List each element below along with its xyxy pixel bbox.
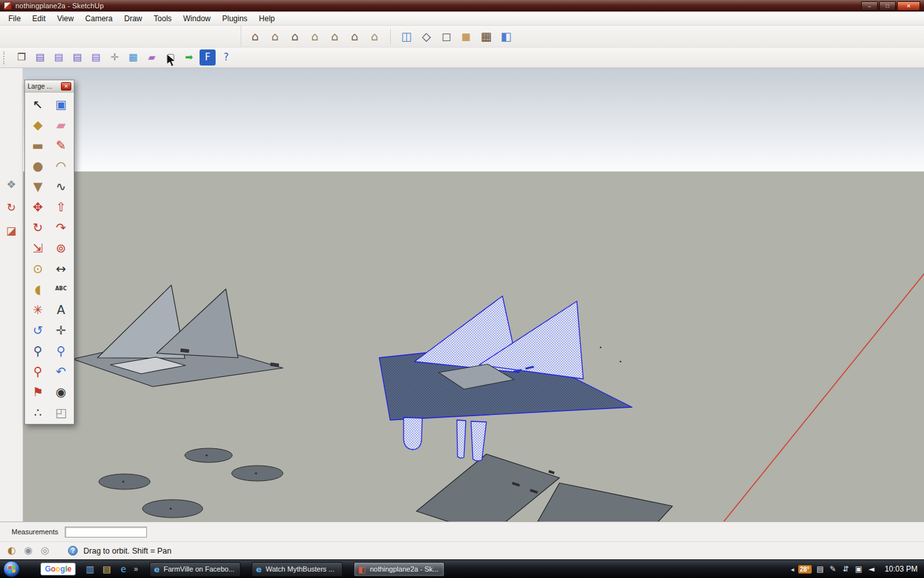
orbit[interactable]: ↺ (26, 320, 49, 340)
close-button[interactable]: ✕ (897, 1, 920, 11)
3d-text[interactable]: A (49, 299, 73, 320)
scale[interactable]: ⇲ (26, 238, 49, 258)
network-icon[interactable]: ⇵ (841, 565, 851, 574)
task-farmville[interactable]: eFarmVille on Facebo... (150, 562, 241, 577)
protractor[interactable]: ◖ (26, 279, 49, 299)
section-plane[interactable]: ◰ (49, 402, 73, 423)
style-textured[interactable]: ▦ (477, 28, 495, 45)
quick-launch-chevron-icon[interactable]: » (133, 565, 138, 574)
minimize-button[interactable]: – (861, 1, 878, 11)
tray-display-icon[interactable]: ▣ (854, 565, 864, 574)
menu-view[interactable]: View (51, 12, 80, 25)
tape-measure[interactable]: ⊙ (26, 258, 49, 279)
line[interactable]: ✎ (49, 135, 73, 155)
component-edit-icon[interactable]: ▤ (51, 49, 67, 66)
google-search-box[interactable]: Google (40, 563, 76, 575)
view-front[interactable]: ⌂ (286, 28, 304, 45)
tray-pen-icon[interactable]: ✎ (828, 565, 838, 574)
eraser[interactable]: ▰ (49, 114, 73, 135)
dock-rotate-icon[interactable]: ↻ (3, 199, 20, 216)
menu-window[interactable]: Window (178, 12, 217, 25)
pan-glyph: ✛ (56, 324, 66, 337)
move[interactable]: ✥ (26, 197, 49, 217)
menu-camera[interactable]: Camera (80, 12, 119, 25)
freehand[interactable]: ∿ (49, 176, 73, 197)
paint-bucket[interactable]: ◆ (26, 114, 49, 135)
status-circle-3[interactable]: ◎ (38, 545, 51, 557)
dimension[interactable]: ↔ (49, 258, 73, 279)
tray-gadget-icon[interactable]: ▤ (816, 565, 825, 574)
style-xray[interactable]: ◫ (398, 28, 415, 45)
text[interactable]: ABC (49, 279, 73, 299)
menu-plugins[interactable]: Plugins (216, 12, 253, 25)
menu-draw[interactable]: Draw (119, 12, 148, 25)
export-icon[interactable]: ➡ (181, 49, 197, 66)
help-circle-icon[interactable]: ? (68, 546, 78, 556)
scenes-icon[interactable]: ▦ (125, 49, 141, 66)
dock-move-icon[interactable]: ❖ (3, 176, 20, 193)
tray-chevron-icon[interactable]: ◂ (791, 566, 794, 573)
view-back[interactable]: ⌂ (346, 28, 363, 45)
component-reload-icon[interactable]: ▤ (88, 49, 104, 66)
status-circle-2[interactable]: ◉ (22, 545, 35, 557)
zoom-window[interactable]: ⚲ (49, 340, 73, 361)
task-sketchup[interactable]: ◧nothingplane2a - Sk... (354, 562, 445, 577)
maximize-button[interactable]: □ (879, 1, 896, 11)
style-hidden-line[interactable]: ◻ (438, 28, 455, 45)
circle[interactable]: ● (26, 155, 49, 176)
polygon[interactable]: ▼ (26, 176, 49, 197)
select[interactable]: ↖ (26, 94, 49, 114)
position-camera[interactable]: ⚑ (26, 381, 49, 402)
component-save-icon[interactable]: ▤ (69, 49, 85, 66)
tag-icon[interactable]: ▰ (144, 49, 160, 66)
axes[interactable]: ✳ (26, 299, 49, 320)
task-mythbusters[interactable]: eWatch MythBusters ... (252, 562, 343, 577)
component-doc-icon[interactable]: ▤ (32, 49, 48, 66)
help-icon[interactable]: ? (218, 49, 234, 66)
menu-file[interactable]: File (3, 12, 26, 25)
viewport-3d[interactable] (23, 68, 924, 521)
zoom-glyph: ⚲ (33, 345, 42, 357)
formfonts-icon[interactable]: F (200, 49, 216, 66)
quick-launch-desktop-icon[interactable]: ▥ (84, 563, 96, 575)
start-button[interactable] (3, 561, 20, 577)
menu-tools[interactable]: Tools (148, 12, 178, 25)
zoom-previous[interactable]: ↶ (49, 361, 73, 381)
make-component[interactable]: ▣ (49, 94, 73, 114)
open-icon[interactable]: ❐ (13, 49, 30, 66)
view-top[interactable]: ⌂ (306, 28, 323, 45)
look-around[interactable]: ◉ (49, 381, 73, 402)
pan[interactable]: ✛ (49, 320, 73, 340)
push-pull[interactable]: ⇧ (49, 197, 73, 217)
palette-title-bar[interactable]: Large ... ✕ (25, 80, 74, 92)
rectangle[interactable]: ▬ (26, 135, 49, 155)
zoom-extents[interactable]: ⚲ (26, 361, 49, 381)
quick-launch-ie-icon[interactable]: e (117, 563, 129, 575)
menu-edit[interactable]: Edit (26, 12, 51, 25)
style-wireframe[interactable]: ◇ (418, 28, 435, 45)
quick-launch-folder-icon[interactable]: ▤ (101, 563, 112, 575)
menu-help[interactable]: Help (253, 12, 281, 25)
style-monochrome[interactable]: ◧ (497, 28, 515, 45)
view-right[interactable]: ⌂ (326, 28, 343, 45)
toolbar-empty-area (0, 26, 241, 47)
dock-scale-icon[interactable]: ◪ (3, 222, 20, 239)
axes-plugin-icon[interactable]: ✛ (107, 49, 123, 66)
rotate[interactable]: ↻ (26, 217, 49, 238)
view-bottom[interactable]: ⌂ (366, 28, 383, 45)
view-left[interactable]: ⌂ (266, 28, 284, 45)
status-circle-1[interactable]: ◐ (5, 545, 18, 557)
offset[interactable]: ⊚ (49, 238, 73, 258)
toolbar-grip[interactable] (3, 51, 5, 64)
volume-icon[interactable]: ◄ (867, 565, 877, 574)
clock[interactable]: 10:03 PM (885, 565, 918, 574)
measurements-input[interactable] (65, 527, 147, 538)
style-shaded[interactable]: ◼ (458, 28, 475, 45)
arc[interactable]: ◠ (49, 155, 73, 176)
view-iso[interactable]: ⌂ (246, 28, 264, 45)
walk[interactable]: ∴ (26, 402, 49, 423)
title-bar[interactable]: nothingplane2a - SketchUp – □ ✕ (0, 0, 924, 12)
follow-me[interactable]: ↷ (49, 217, 73, 238)
zoom[interactable]: ⚲ (26, 340, 49, 361)
palette-close-button[interactable]: ✕ (61, 82, 71, 91)
